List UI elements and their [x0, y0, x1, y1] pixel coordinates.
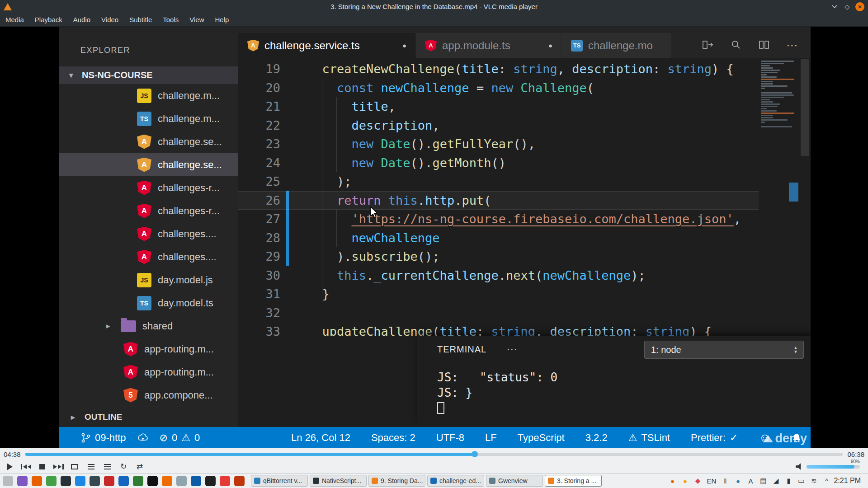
random-button[interactable]: ⇄ — [134, 461, 146, 472]
media-pause-icon[interactable]: ‖ — [722, 477, 729, 485]
outline-section-header[interactable]: ▸ OUTLINE — [59, 407, 238, 427]
project-section-header[interactable]: ▾ NS-NG-COURSE — [59, 66, 238, 84]
git-branch-indicator[interactable]: 09-http — [75, 432, 132, 444]
extended-settings-button[interactable] — [85, 461, 97, 472]
taskbar-window-button[interactable]: qBittorrent v... — [251, 475, 308, 487]
menu-media[interactable]: Media — [0, 13, 29, 27]
menu-video[interactable]: Video — [96, 13, 124, 27]
code-line-26[interactable]: 26return this.http.put( — [238, 191, 759, 210]
terminal-shell-selector[interactable]: 1: node ▴▾ — [644, 341, 804, 359]
eol-setting[interactable]: LF — [485, 432, 497, 444]
launcher-icon[interactable] — [220, 476, 230, 486]
code-line-30[interactable]: 30this._currentChallenge.next(newChallen… — [238, 266, 759, 285]
launcher-icon[interactable] — [191, 476, 201, 486]
loop-button[interactable]: ↻ — [118, 461, 129, 472]
line-number[interactable]: 26 — [238, 191, 280, 210]
explorer-item[interactable]: Achallenges.... — [59, 222, 238, 245]
minimap-slider[interactable] — [789, 183, 798, 202]
code-line-22[interactable]: 22description, — [238, 116, 759, 135]
explorer-item[interactable]: JSchallenge.m... — [59, 84, 238, 107]
playlist-button[interactable] — [101, 461, 113, 472]
terminal-tab[interactable]: TERMINAL — [437, 344, 486, 355]
explorer-item[interactable]: ▸shared — [59, 314, 238, 338]
video-area[interactable]: EXPLORER ▾ NS-NG-COURSE JSchallenge.m...… — [0, 27, 868, 448]
explorer-item[interactable]: TSchallenge.m... — [59, 107, 238, 130]
volume-tray-icon[interactable]: ◢ — [772, 477, 779, 485]
launcher-icon[interactable] — [104, 476, 114, 486]
code-line-31[interactable]: 31} — [238, 285, 759, 304]
indentation-setting[interactable]: Spaces: 2 — [371, 432, 415, 444]
line-number[interactable]: 20 — [238, 79, 280, 98]
seek-handle[interactable] — [472, 451, 478, 457]
launcher-icon[interactable] — [61, 476, 71, 486]
code-line-32[interactable]: 32 — [238, 304, 759, 323]
line-number[interactable]: 23 — [238, 135, 280, 154]
menu-subtitle[interactable]: Subtitle — [124, 13, 157, 27]
volume-icon[interactable] — [796, 463, 804, 470]
fullscreen-button[interactable] — [69, 461, 80, 472]
code-line-28[interactable]: 28newChallenge — [238, 229, 759, 248]
seek-slider[interactable] — [25, 453, 843, 456]
line-number[interactable]: 25 — [238, 172, 280, 191]
code-line-23[interactable]: 23new Date().getFullYear(), — [238, 135, 759, 154]
editor-scrollbar[interactable] — [799, 58, 811, 336]
autokey-tray-icon[interactable]: A — [747, 477, 754, 485]
explorer-item[interactable]: 5app.compone... — [59, 384, 238, 407]
menu-help[interactable]: Help — [210, 13, 235, 27]
explorer-item[interactable]: Achallenge.se... — [59, 130, 238, 153]
code-line-21[interactable]: 21title, — [238, 97, 759, 116]
clock[interactable]: 2:21 PM — [834, 477, 861, 485]
code-line-25[interactable]: 25); — [238, 172, 759, 191]
explorer-item[interactable]: TSday.model.ts — [59, 291, 238, 314]
code-line-33[interactable]: 33updateChallenge(title: string, descrip… — [238, 322, 759, 336]
split-editor-icon[interactable] — [758, 39, 770, 52]
code-editor[interactable]: 19createNewChallenge(title: string, desc… — [238, 58, 811, 336]
code-line-24[interactable]: 24new Date().getMonth() — [238, 154, 759, 173]
problems-indicator[interactable]: ⊘ 0 ⚠ 0 — [154, 432, 206, 444]
line-number[interactable]: 27 — [238, 210, 280, 229]
scrollbar-thumb[interactable] — [801, 59, 809, 156]
menu-tools[interactable]: Tools — [157, 13, 184, 27]
launcher-icon[interactable] — [90, 476, 100, 486]
launcher-icon[interactable] — [118, 476, 129, 486]
explorer-item[interactable]: Achallenge.se... — [59, 153, 238, 176]
editor-tab[interactable]: Aapp.module.ts● — [416, 33, 561, 58]
volume-slider[interactable]: 90% — [807, 465, 860, 469]
cursor-position[interactable]: Ln 26, Col 12 — [291, 432, 350, 444]
code-line-19[interactable]: 19createNewChallenge(title: string, desc… — [238, 60, 759, 79]
battery-tray-icon[interactable]: ▮ — [785, 477, 792, 485]
terminal-output[interactable]: JS: "status": 0JS: } — [417, 362, 811, 418]
play-button[interactable] — [4, 461, 15, 472]
prettier-status[interactable]: Prettier: ✓ — [691, 432, 738, 444]
taskbar-window-button[interactable]: 3. Storing a ... — [545, 475, 602, 487]
update-badge-icon[interactable]: ◆ — [694, 477, 702, 485]
explorer-item[interactable]: Achallenges-r... — [59, 199, 238, 222]
launcher-icon[interactable] — [75, 476, 85, 486]
line-number[interactable]: 21 — [238, 97, 280, 116]
display-tray-icon[interactable]: ▭ — [797, 477, 805, 485]
line-number[interactable]: 22 — [238, 116, 280, 135]
search-editor-icon[interactable] — [730, 39, 742, 52]
modified-dot-icon[interactable]: ● — [402, 42, 406, 49]
explorer-item[interactable]: Achallenges.... — [59, 245, 238, 268]
launcher-icon[interactable] — [17, 476, 28, 486]
close-button[interactable]: × — [855, 2, 864, 11]
language-mode[interactable]: TypeScript — [518, 432, 565, 444]
editor-tab[interactable]: Achallenge.service.ts● — [238, 33, 415, 58]
menu-playback[interactable]: Playback — [29, 13, 68, 27]
line-number[interactable]: 33 — [238, 322, 280, 336]
network-tray-icon[interactable]: ≋ — [810, 477, 817, 485]
launcher-icon[interactable] — [205, 476, 216, 486]
tslint-status[interactable]: ⚠ TSLint — [628, 432, 670, 444]
line-number[interactable]: 24 — [238, 154, 280, 173]
line-number[interactable]: 32 — [238, 304, 280, 323]
code-line-27[interactable]: 27'https://ns-ng-course.firebaseio.com/c… — [238, 210, 759, 229]
panel-expand-icon[interactable]: ^ — [823, 477, 830, 485]
explorer-item[interactable]: Aapp-routing.m... — [59, 338, 238, 361]
more-actions-icon[interactable]: ⋯ — [786, 38, 799, 52]
sync-button[interactable] — [132, 432, 154, 443]
minimize-button[interactable] — [830, 2, 839, 11]
taskbar-window-button[interactable]: 9. Storing Da... — [368, 475, 425, 487]
menu-view[interactable]: View — [184, 13, 209, 27]
taskbar-window-button[interactable]: NativeScript... — [310, 475, 367, 487]
